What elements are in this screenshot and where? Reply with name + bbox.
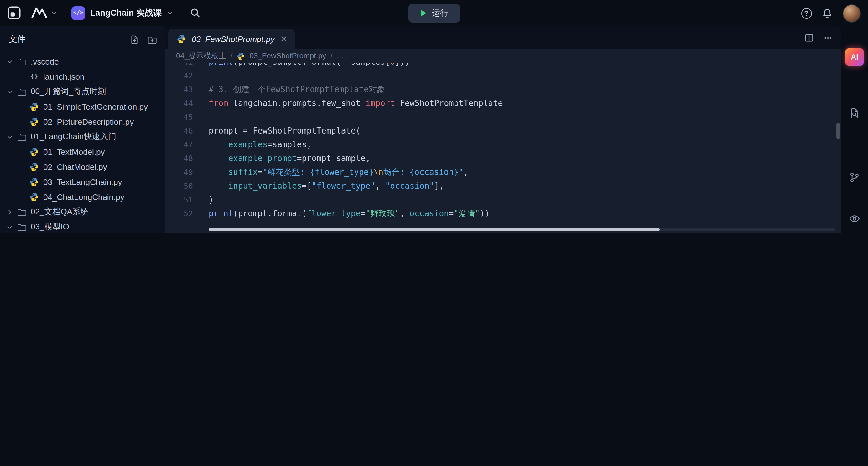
code-editor[interactable]: 41print(prompt_sample.format(**samples[0… [165, 63, 841, 233]
python-file-icon [29, 162, 39, 171]
file-tree-item[interactable]: 02_ChatModel.py [0, 159, 165, 174]
topbar: </> LangChain 实战课 运行 ? [0, 0, 868, 26]
file-explorer: 文件 .vscode{}launch.json00_开篇词_奇点时刻01_Sim… [0, 26, 165, 233]
code-badge-icon: </> [71, 6, 85, 20]
chevron-down-icon [167, 9, 174, 16]
python-file-icon [29, 147, 39, 156]
line-number: 45 [165, 110, 193, 124]
file-tree[interactable]: .vscode{}launch.json00_开篇词_奇点时刻01_Simple… [0, 53, 165, 233]
tree-item-label: launch.json [43, 72, 85, 81]
code-line[interactable]: 48 example_prompt=prompt_sample, [165, 152, 841, 166]
chevron-down-icon[interactable] [5, 133, 14, 140]
file-tree-item[interactable]: 04_ChatLongChain.py [0, 189, 165, 204]
scrollbar-thumb[interactable] [209, 228, 660, 231]
split-editor-icon[interactable] [804, 33, 814, 42]
line-number: 44 [165, 96, 193, 110]
chevron-down-icon[interactable] [5, 58, 14, 65]
breadcrumb: 04_提示模板上/03_FewShotPrompt.py/... [165, 49, 841, 63]
project-switcher[interactable]: </> LangChain 实战课 [71, 6, 174, 20]
chevron-down-icon[interactable] [5, 224, 14, 230]
bell-icon[interactable] [822, 8, 832, 19]
ide-app: </> LangChain 实战课 运行 ? [0, 0, 868, 233]
code-line[interactable]: 50 input_variables=["flower_type", "occa… [165, 179, 841, 193]
code-line[interactable]: 51) [165, 193, 841, 207]
folder-icon [16, 132, 27, 141]
tree-item-label: 03_TextLangChain.py [43, 177, 122, 186]
code-line[interactable]: 52print(prompt.format(flower_type="野玫瑰",… [165, 207, 841, 221]
chevron-right-icon[interactable] [5, 208, 14, 215]
help-icon[interactable]: ? [801, 8, 812, 19]
breadcrumb-item[interactable]: 04_提示模板上 [176, 51, 226, 61]
chevron-down-icon[interactable] [5, 88, 14, 95]
tree-item-label: 00_开篇词_奇点时刻 [31, 86, 106, 97]
tree-item-label: 01_TextModel.py [43, 147, 105, 156]
json-file-icon: {} [29, 73, 39, 80]
editor-group: 03_FewShotPrompt.py 04_提示模板上/03_FewShotP… [165, 26, 841, 233]
search-icon[interactable] [190, 7, 200, 18]
git-branch-icon[interactable] [849, 172, 860, 183]
run-button[interactable]: 运行 [408, 4, 460, 23]
code-line[interactable]: 46prompt = FewShotPromptTemplate( [165, 124, 841, 138]
breadcrumb-separator: / [331, 51, 333, 60]
avatar[interactable] [842, 4, 861, 22]
folder-tree-item[interactable]: 01_LangChain快速入门 [0, 129, 165, 144]
code-lines: 41print(prompt_sample.format(**samples[0… [165, 63, 841, 221]
code-line[interactable]: 49 suffix="鲜花类型: {flower_type}\n场合: {occ… [165, 166, 841, 179]
editor-tab-label: 03_FewShotPrompt.py [192, 34, 274, 43]
code-line[interactable]: 47 examples=samples, [165, 138, 841, 152]
file-tree-item[interactable]: 01_TextModel.py [0, 144, 165, 159]
breadcrumb-separator: / [230, 51, 233, 60]
file-tree-item[interactable]: 01_SimpleTextGeneration.py [0, 99, 165, 114]
eye-preview-icon[interactable] [849, 213, 860, 224]
breadcrumb-item[interactable]: ... [337, 51, 343, 60]
tree-item-label: 02_PictureDescription.py [43, 117, 134, 126]
folder-icon [16, 207, 27, 216]
file-tree-item[interactable]: {}launch.json [0, 69, 165, 84]
folder-tree-item[interactable]: 00_开篇词_奇点时刻 [0, 84, 165, 99]
editor-tabstrip: 03_FewShotPrompt.py [165, 26, 841, 49]
code-line[interactable]: 44from langchain.prompts.few_shot import… [165, 96, 841, 110]
explorer-header: 文件 [0, 26, 165, 53]
file-search-icon[interactable] [849, 108, 860, 119]
line-number: 50 [165, 179, 193, 193]
code-line[interactable]: 41print(prompt_sample.format(**samples[0… [165, 63, 841, 69]
python-file-icon [29, 177, 39, 186]
line-number: 49 [165, 166, 193, 179]
more-actions-icon[interactable] [823, 33, 833, 42]
new-folder-icon[interactable] [147, 35, 157, 44]
tree-item-label: 02_文档QA系统 [31, 206, 89, 217]
code-line[interactable]: 42 [165, 69, 841, 83]
folder-tree-item[interactable]: .vscode [0, 54, 165, 69]
python-file-icon [29, 117, 39, 126]
play-icon [420, 9, 427, 17]
editor-tab[interactable]: 03_FewShotPrompt.py [168, 29, 295, 49]
tree-item-label: 02_ChatModel.py [43, 162, 107, 171]
chevron-down-icon[interactable] [51, 9, 58, 16]
project-title: LangChain 实战课 [90, 7, 162, 19]
tree-item-label: 03_模型IO [31, 221, 69, 233]
code-line[interactable]: 45 [165, 110, 841, 124]
python-file-icon [29, 192, 39, 202]
folder-tree-item[interactable]: 02_文档QA系统 [0, 204, 165, 220]
file-tree-item[interactable]: 02_PictureDescription.py [0, 114, 165, 129]
close-icon[interactable] [281, 36, 287, 42]
code-line[interactable]: 43# 3. 创建一个FewShotPromptTemplate对象 [165, 83, 841, 96]
tree-item-label: 01_SimpleTextGeneration.py [43, 102, 148, 111]
line-number: 47 [165, 138, 193, 152]
explorer-title: 文件 [9, 34, 130, 45]
file-tree-item[interactable]: 03_TextLangChain.py [0, 174, 165, 189]
python-file-icon [237, 51, 245, 60]
line-number: 52 [165, 207, 193, 221]
workspace-logo-icon[interactable] [31, 7, 48, 19]
line-number: 41 [165, 63, 193, 69]
line-number: 51 [165, 193, 193, 207]
breadcrumb-item[interactable]: 03_FewShotPrompt.py [250, 51, 326, 60]
tree-item-label: 01_LangChain快速入门 [31, 131, 116, 142]
ai-assistant-icon[interactable]: AI [845, 48, 864, 66]
new-file-icon[interactable] [130, 35, 139, 44]
python-file-icon [29, 102, 39, 111]
panel-layout-icon[interactable] [6, 5, 22, 21]
folder-tree-item[interactable]: 03_模型IO [0, 220, 165, 233]
editor-horizontal-scrollbar[interactable] [209, 228, 835, 231]
editor-vertical-scrollbar[interactable] [836, 123, 840, 139]
